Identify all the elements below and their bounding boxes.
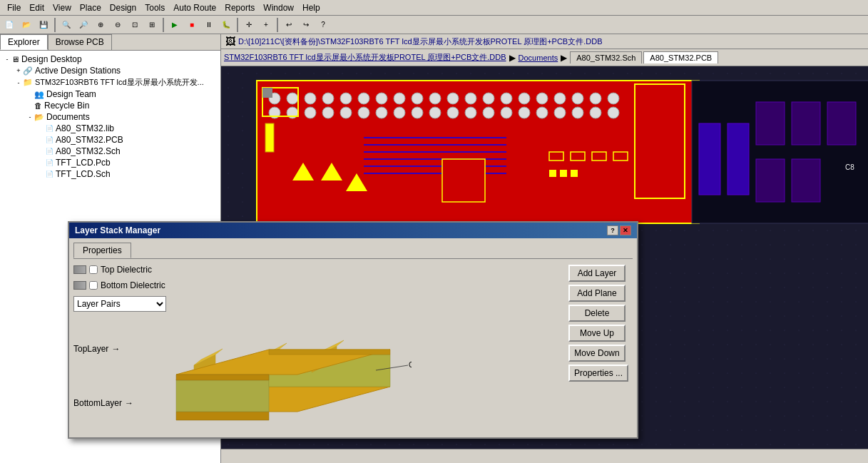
menu-help[interactable]: Help xyxy=(298,1,325,14)
icon-tft-sch: 📄 xyxy=(46,171,53,178)
menu-autoroute[interactable]: Auto Route xyxy=(169,1,220,14)
menu-place[interactable]: Place xyxy=(76,1,106,14)
svg-point-31 xyxy=(376,107,387,118)
svg-point-42 xyxy=(572,107,583,118)
breadcrumb-ddb[interactable]: STM32F103RBT6 TFT lcd显示屏最小系统开发板PROTEL 原理… xyxy=(224,52,506,63)
icon-a80-sch: 📄 xyxy=(46,148,53,155)
layer-stack-dialog: Layer Stack Manager ? ✕ Properties Top D… xyxy=(68,221,638,439)
bottom-dielectric-row: Bottom Dielectric xyxy=(73,280,563,290)
tree-item-design-team[interactable]: 👥 Design Team xyxy=(3,88,218,100)
svg-point-11 xyxy=(376,93,387,104)
breadcrumb-documents[interactable]: Documents xyxy=(519,54,558,62)
bottom-dielectric-label: Bottom Dielectric xyxy=(101,280,165,290)
menu-window[interactable]: Window xyxy=(259,1,298,14)
toolbar-stop[interactable]: ■ xyxy=(184,17,200,33)
svg-point-6 xyxy=(287,93,298,104)
menu-tools[interactable]: Tools xyxy=(141,1,169,14)
properties-button[interactable]: Properties ... xyxy=(568,365,628,382)
toolbar-search[interactable]: 🔍 xyxy=(58,17,74,33)
svg-text:C8: C8 xyxy=(845,163,854,171)
toolbar-save[interactable]: 💾 xyxy=(36,17,51,33)
add-layer-button[interactable]: Add Layer xyxy=(568,265,626,282)
bottomlayer-name: BottomLayer xyxy=(73,398,122,408)
toolbar-plus[interactable]: + xyxy=(258,17,274,33)
menu-reports[interactable]: Reports xyxy=(220,1,259,14)
dialog-close-btn[interactable]: ✕ xyxy=(620,225,631,235)
dialog-help-btn[interactable]: ? xyxy=(607,225,618,235)
svg-point-44 xyxy=(608,107,619,118)
svg-point-34 xyxy=(429,107,441,118)
tab-explorer[interactable]: Explorer xyxy=(0,34,48,50)
toolbar-cross[interactable]: ✛ xyxy=(241,17,257,33)
tree-item-active-stations[interactable]: + 🔗 Active Design Stations xyxy=(3,65,218,76)
svg-point-8 xyxy=(322,93,334,104)
top-dielectric-checkbox[interactable] xyxy=(89,265,98,274)
icon-documents: 📂 xyxy=(34,113,44,122)
tree-item-a80-lib[interactable]: 📄 A80_STM32.lib xyxy=(3,123,218,134)
toolbar-zoomout[interactable]: ⊖ xyxy=(110,17,126,33)
breadcrumb-sep1: ▶ xyxy=(509,53,516,63)
bottom-dielectric-checkbox[interactable] xyxy=(89,281,98,290)
toolbar-redo[interactable]: ↪ xyxy=(298,17,314,33)
tree-item-stm32[interactable]: - 📁 STM32F103RBT6 TFT lcd显示屏最小系统开发... xyxy=(3,76,218,88)
tree-item-recycle[interactable]: 🗑 Recycle Bin xyxy=(3,100,218,111)
toolbar: 📄 📂 💾 🔍 🔎 ⊕ ⊖ ⊡ ⊞ ▶ ■ ⏸ 🐛 ✛ + ↩ ↪ ? xyxy=(0,16,868,34)
icon-design-team: 👥 xyxy=(34,90,44,99)
menu-file[interactable]: File xyxy=(3,1,25,14)
tree-item-documents[interactable]: - 📂 Documents xyxy=(3,111,218,123)
top-dielectric-label: Top Dielectric xyxy=(101,265,152,275)
toolbar-run[interactable]: ▶ xyxy=(167,17,183,33)
dialog-title-bar[interactable]: Layer Stack Manager ? ✕ xyxy=(69,223,637,238)
svg-rect-65 xyxy=(571,170,578,177)
tab-sch[interactable]: A80_STM32.Sch xyxy=(570,51,642,63)
dialog-tab-properties[interactable]: Properties xyxy=(73,243,131,258)
move-up-button[interactable]: Move Up xyxy=(568,325,626,342)
toolbar-search2[interactable]: 🔎 xyxy=(76,17,91,33)
tree-item-tft-pcb[interactable]: 📄 TFT_LCD.Pcb xyxy=(3,157,218,168)
toolbar-zoomfit[interactable]: ⊡ xyxy=(127,17,143,33)
svg-point-33 xyxy=(412,107,423,118)
svg-rect-61 xyxy=(442,159,485,202)
bottomlayer-label-row: BottomLayer → xyxy=(73,398,133,408)
svg-marker-77 xyxy=(176,412,269,420)
tree-item-a80-pcb[interactable]: 📄 A80_STM32.PCB xyxy=(3,134,218,146)
menu-design[interactable]: Design xyxy=(106,1,141,14)
expand-documents[interactable]: - xyxy=(26,113,34,121)
toolbar-pause[interactable]: ⏸ xyxy=(201,17,217,33)
tab-browse-pcb[interactable]: Browse PCB xyxy=(48,34,112,50)
toolbar-open[interactable]: 📂 xyxy=(19,17,34,33)
expand-stm32[interactable]: - xyxy=(14,79,23,86)
tree-item-tft-sch[interactable]: 📄 TFT_LCD.Sch xyxy=(3,168,218,180)
label-design-desktop: Design Desktop xyxy=(21,54,82,64)
svg-point-9 xyxy=(340,93,352,104)
svg-point-30 xyxy=(358,107,369,118)
svg-point-27 xyxy=(305,107,316,118)
layer-dropdown-row: Layer Pairs All Layers xyxy=(73,296,563,312)
toolbar-btn5[interactable]: ⊞ xyxy=(144,17,160,33)
add-plane-button[interactable]: Add Plane xyxy=(568,285,626,302)
layer-pairs-select[interactable]: Layer Pairs All Layers xyxy=(73,296,166,312)
toolbar-new[interactable]: 📄 xyxy=(1,17,17,33)
delete-button[interactable]: Delete xyxy=(568,305,626,322)
toolbar-help2[interactable]: ? xyxy=(315,17,331,33)
label-design-team: Design Team xyxy=(46,89,96,99)
move-down-button[interactable]: Move Down xyxy=(568,345,626,362)
menu-view[interactable]: View xyxy=(48,1,76,14)
menu-edit[interactable]: Edit xyxy=(25,1,48,14)
expand-active-stations[interactable]: + xyxy=(14,67,23,74)
top-dielectric-row: Top Dielectric xyxy=(73,265,563,275)
dialog-left-section: Top Dielectric Bottom Dielectric Layer P… xyxy=(73,265,563,433)
tree-item-a80-sch[interactable]: 📄 A80_STM32.Sch xyxy=(3,146,218,157)
toplayer-label-row: TopLayer → xyxy=(73,344,133,354)
tab-pcb[interactable]: A80_STM32.PCB xyxy=(643,51,718,63)
toolbar-debug[interactable]: 🐛 xyxy=(218,17,234,33)
expand-design-desktop[interactable]: - xyxy=(3,56,11,63)
toolbar-undo[interactable]: ↩ xyxy=(281,17,297,33)
svg-point-24 xyxy=(608,93,619,104)
svg-point-7 xyxy=(305,93,316,104)
toolbar-zoom[interactable]: ⊕ xyxy=(93,17,108,33)
svg-point-17 xyxy=(483,93,494,104)
svg-point-41 xyxy=(554,107,566,118)
tree-item-design-desktop[interactable]: - 🖥 Design Desktop xyxy=(3,54,218,65)
expand-a80-sch xyxy=(37,148,46,155)
